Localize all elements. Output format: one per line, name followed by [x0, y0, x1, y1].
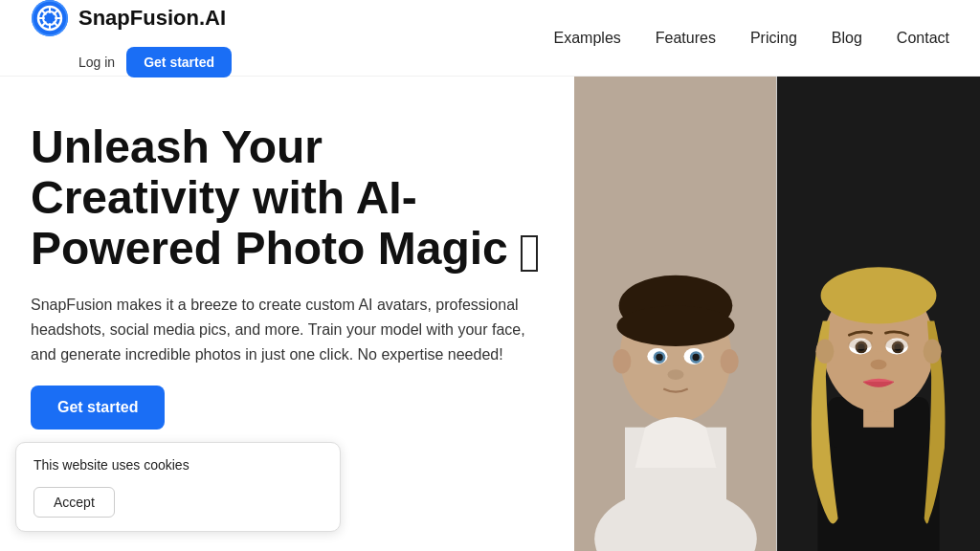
text-cursor — [521, 235, 538, 272]
get-started-hero-button[interactable]: Get started — [31, 386, 165, 430]
svg-point-26 — [692, 354, 699, 361]
hero-description: SnapFusion makes it a breeze to create c… — [31, 293, 544, 366]
svg-point-18 — [617, 306, 735, 346]
hero-title: Unleash Your Creativity with AI-Powered … — [31, 122, 544, 274]
nav-blog[interactable]: Blog — [832, 30, 862, 47]
svg-point-35 — [815, 340, 834, 364]
get-started-header-button[interactable]: Get started — [126, 47, 232, 77]
svg-point-20 — [721, 349, 739, 373]
svg-point-19 — [612, 349, 631, 373]
logo-icon — [31, 0, 69, 37]
nav-pricing[interactable]: Pricing — [750, 30, 797, 47]
login-link[interactable]: Log in — [78, 55, 115, 70]
accept-cookies-button[interactable]: Accept — [33, 487, 115, 518]
cookie-actions: Accept — [33, 487, 323, 518]
logo-area: SnapFusion.AI Log in Get started — [31, 0, 279, 77]
svg-point-44 — [848, 340, 872, 350]
cookie-message: This website uses cookies — [33, 456, 323, 475]
brand-name: SnapFusion.AI — [78, 6, 226, 31]
svg-point-45 — [884, 340, 908, 350]
main-nav: Examples Features Pricing Blog Contact — [554, 30, 949, 47]
nav-contact[interactable]: Contact — [897, 30, 949, 47]
svg-point-34 — [821, 267, 937, 323]
svg-point-43 — [871, 360, 887, 370]
svg-point-36 — [924, 340, 942, 364]
hero-image — [574, 77, 980, 551]
nav-examples[interactable]: Examples — [554, 30, 621, 47]
svg-point-27 — [668, 369, 684, 380]
svg-point-25 — [656, 354, 662, 361]
cookie-banner: This website uses cookies Accept — [15, 442, 341, 532]
nav-features[interactable]: Features — [656, 30, 716, 47]
